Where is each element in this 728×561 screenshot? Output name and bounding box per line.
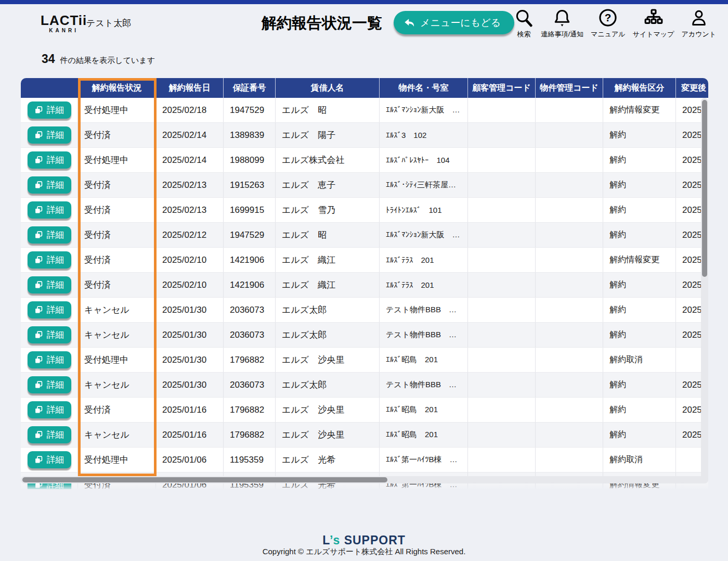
- tenant-name-cell: エルズ 光希: [276, 448, 380, 472]
- sitemap-icon: [644, 7, 664, 29]
- report-date-cell: 2025/02/10: [156, 273, 224, 297]
- detail-button[interactable]: 詳細: [28, 351, 71, 368]
- table-row: 詳細キャンセル2025/01/161796882エルズ 沙央里ｴﾙｽﾞ昭島 20…: [21, 423, 708, 448]
- detail-cell: 詳細: [21, 123, 78, 147]
- svg-text:?: ?: [605, 11, 612, 23]
- customer-code-cell: [468, 173, 536, 197]
- app-logo-line1: LACTii: [41, 14, 87, 27]
- guarantee-number-cell: 1389839: [224, 123, 276, 147]
- status-cell: 受付済: [78, 198, 156, 222]
- detail-cell: 詳細: [21, 323, 78, 347]
- detail-button[interactable]: 詳細: [28, 101, 71, 119]
- back-to-menu-button[interactable]: メニューにもどる: [394, 11, 514, 34]
- table-header: 解約報告状況解約報告日保証番号賃借人名物件名・号室顧客管理コード物件管理コード解…: [21, 78, 708, 98]
- detail-button[interactable]: 詳細: [28, 126, 71, 144]
- tenant-name-cell: エルズ株式会社: [276, 148, 380, 172]
- detail-button[interactable]: 詳細: [28, 176, 71, 194]
- detail-button[interactable]: 詳細: [28, 376, 71, 393]
- guarantee-number-cell: 1988099: [224, 148, 276, 172]
- detail-cell: 詳細: [21, 98, 78, 122]
- category-cell: 解約: [603, 198, 676, 222]
- nav-manual[interactable]: ? マニュアル: [591, 7, 626, 39]
- header-report-date-cell: 解約報告日: [156, 78, 224, 98]
- detail-button[interactable]: 詳細: [28, 451, 71, 468]
- copy-icon: [34, 106, 43, 114]
- category-cell: 解約: [603, 423, 676, 447]
- report-date-cell: 2025/01/30: [156, 323, 224, 347]
- detail-button[interactable]: 詳細: [28, 426, 71, 443]
- tenant-name-cell: エルズ 織江: [276, 248, 380, 272]
- header-detail-cell: [21, 78, 78, 98]
- search-icon: [514, 7, 534, 29]
- property-code-cell: [536, 448, 603, 472]
- copy-icon: [34, 455, 43, 464]
- guarantee-number-cell: 2036073: [224, 298, 276, 322]
- nav-account[interactable]: アカウント: [681, 7, 716, 39]
- category-cell: 解約取消: [603, 448, 676, 472]
- status-cell: 受付処理中: [78, 448, 156, 472]
- report-date-cell: 2025/01/06: [156, 448, 224, 472]
- back-to-menu-label: メニューにもどる: [420, 16, 501, 30]
- property-cell: ｴﾙｽﾞﾊﾟﾚｽﾔﾄｰ 104: [380, 148, 468, 172]
- tenant-name-cell: エルズ 織江: [276, 273, 380, 297]
- nav-notifications[interactable]: 連絡事項/通知: [541, 7, 583, 39]
- customer-code-cell: [468, 248, 536, 272]
- detail-button[interactable]: 詳細: [28, 251, 71, 269]
- vertical-scrollbar[interactable]: [701, 98, 708, 483]
- customer-code-cell: [468, 323, 536, 347]
- report-date-cell: 2025/01/16: [156, 398, 224, 422]
- results-count: 34: [42, 52, 55, 66]
- copy-icon: [34, 355, 43, 364]
- detail-button[interactable]: 詳細: [28, 301, 71, 318]
- horizontal-scrollbar-thumb[interactable]: [22, 477, 387, 482]
- reply-arrow-icon: [404, 18, 415, 28]
- app-logo[interactable]: LACTii KANRI: [41, 14, 87, 33]
- nav-search[interactable]: 検索: [514, 7, 534, 39]
- tenant-name-cell: エルズ太郎: [276, 298, 380, 322]
- customer-code-cell: [468, 98, 536, 122]
- property-cell: ｴﾙｽﾞ･ｼﾃｨ三軒茶屋…: [380, 173, 468, 197]
- copy-icon: [34, 430, 43, 439]
- guarantee-number-cell: 1947529: [224, 223, 276, 247]
- results-summary: 34 件の結果を表示しています: [42, 52, 155, 66]
- copy-icon: [34, 405, 43, 414]
- vertical-scrollbar-thumb[interactable]: [702, 100, 707, 277]
- status-cell: 受付済: [78, 248, 156, 272]
- report-date-cell: 2025/01/30: [156, 373, 224, 397]
- detail-cell: 詳細: [21, 223, 78, 247]
- nav-sitemap[interactable]: サイトマップ: [633, 7, 674, 39]
- status-cell: 受付済: [78, 123, 156, 147]
- guarantee-number-cell: 1796882: [224, 348, 276, 372]
- property-code-cell: [536, 248, 603, 272]
- detail-button[interactable]: 詳細: [28, 201, 71, 219]
- category-cell: 解約情報変更: [603, 248, 676, 272]
- header-category-cell: 解約報告区分: [603, 78, 676, 98]
- status-cell: キャンセル: [78, 373, 156, 397]
- copy-icon: [34, 181, 43, 189]
- property-cell: ｴﾙｽﾞ昭島 201: [380, 423, 468, 447]
- copy-icon: [34, 380, 43, 389]
- detail-button-label: 詳細: [47, 304, 64, 316]
- copy-icon: [34, 131, 43, 139]
- customer-code-cell: [468, 123, 536, 147]
- report-date-cell: 2025/01/30: [156, 348, 224, 372]
- category-cell: 解約: [603, 298, 676, 322]
- table-row: 詳細受付処理中2025/02/181947529エルズ 昭ｴﾙｽﾞﾏﾝｼｮﾝ新大…: [21, 98, 708, 123]
- property-code-cell: [536, 173, 603, 197]
- property-cell: ｴﾙｽﾞ昭島 201: [380, 398, 468, 422]
- detail-button[interactable]: 詳細: [28, 276, 71, 294]
- nav-account-label: アカウント: [681, 30, 716, 39]
- detail-button[interactable]: 詳細: [28, 326, 71, 343]
- category-cell: 解約: [603, 148, 676, 172]
- detail-button[interactable]: 詳細: [28, 226, 71, 244]
- report-date-cell: 2025/02/13: [156, 173, 224, 197]
- table-row: 詳細受付済2025/02/141389839エルズ 陽子ｴﾙｽﾞ3 102解約2…: [21, 123, 708, 148]
- detail-button[interactable]: 詳細: [28, 151, 71, 169]
- header-customer-code-cell: 顧客管理コード: [468, 78, 536, 98]
- detail-button[interactable]: 詳細: [28, 401, 71, 418]
- horizontal-scrollbar[interactable]: [21, 476, 708, 483]
- customer-code-cell: [468, 373, 536, 397]
- footer-logo: L’s SUPPORT: [0, 534, 728, 546]
- detail-cell: 詳細: [21, 448, 78, 472]
- tenant-name-cell: エルズ太郎: [276, 373, 380, 397]
